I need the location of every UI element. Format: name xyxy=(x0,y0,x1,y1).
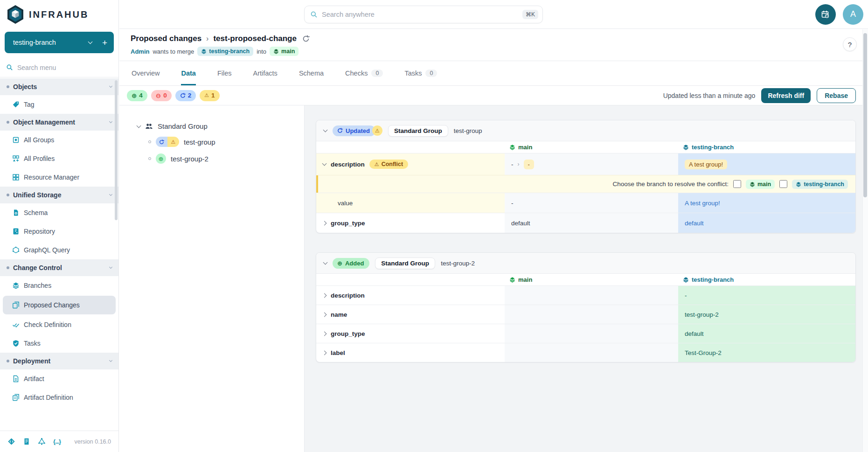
sidebar-item-tasks[interactable]: Tasks xyxy=(0,334,118,353)
sidebar-scrollbar[interactable] xyxy=(115,80,118,220)
diff-row-label[interactable]: label Test-Group-2 xyxy=(316,343,855,362)
main-area: ⌘K A Proposed changes › test-pro xyxy=(119,0,868,452)
main-value-cell: - xyxy=(505,193,678,213)
diff-row-group-type[interactable]: group_type default default xyxy=(316,213,855,233)
tab-data[interactable]: Data xyxy=(181,61,195,85)
section-label: Change Control xyxy=(13,264,62,271)
property-name: group_type xyxy=(331,220,365,227)
menu-section-unified-storage[interactable]: Unified Storage xyxy=(0,187,118,203)
sidebar-item-branches[interactable]: Branches xyxy=(0,276,118,295)
logo[interactable]: INFRAHUB xyxy=(0,0,118,29)
source-branch-badge[interactable]: testing-branch xyxy=(197,47,253,56)
breadcrumb-parent[interactable]: Proposed changes xyxy=(131,34,201,43)
diff-row-name[interactable]: name test-group-2 xyxy=(316,305,855,324)
code-diamond-icon[interactable] xyxy=(7,438,15,445)
sidebar-item-schema[interactable]: Schema xyxy=(0,203,118,222)
infrahub-logo-icon xyxy=(7,5,24,24)
chevron-right-icon xyxy=(322,331,327,336)
sidebar-item-check-definition[interactable]: Check Definition xyxy=(0,315,118,334)
time-travel-button[interactable] xyxy=(815,4,836,25)
main-value-cell xyxy=(505,324,678,343)
added-count-pill: ⊕4 xyxy=(127,90,147,101)
menu-section-objects[interactable]: Objects xyxy=(0,78,118,95)
rebase-button[interactable]: Rebase xyxy=(817,88,856,103)
graphql-playground-icon[interactable] xyxy=(38,438,46,445)
swagger-braces-icon[interactable]: {...} xyxy=(53,438,61,445)
main-value-cell xyxy=(505,286,678,305)
tab-files[interactable]: Files xyxy=(217,61,232,85)
tab-artifacts[interactable]: Artifacts xyxy=(253,61,278,85)
branch-value-cell: Test-Group-2 xyxy=(678,343,855,362)
window-scrollbar[interactable] xyxy=(862,29,868,452)
property-name: group_type xyxy=(331,330,365,337)
topbar: ⌘K A xyxy=(119,0,868,29)
diff-card-header[interactable]: ⊕ Added Standard Group test-group-2 xyxy=(316,253,855,274)
column-testing-branch: testing-branch xyxy=(678,274,855,285)
warning-icon: ⚠ xyxy=(375,161,379,167)
main-value-cell xyxy=(505,343,678,362)
section-dot-icon xyxy=(7,194,9,196)
graphql-icon xyxy=(12,246,20,254)
tab-checks[interactable]: Checks0 xyxy=(345,61,383,85)
menu-section-deployment[interactable]: Deployment xyxy=(0,353,118,369)
sync-icon xyxy=(337,128,343,133)
tab-tasks[interactable]: Tasks0 xyxy=(404,61,437,85)
diff-row-description[interactable]: description - xyxy=(316,285,855,305)
reload-icon[interactable] xyxy=(302,35,310,42)
resolve-branch-badge[interactable]: testing-branch xyxy=(792,180,848,189)
sidebar-item-label: Schema xyxy=(24,209,48,216)
groups-icon xyxy=(12,136,20,144)
chevron-down-icon xyxy=(323,260,328,265)
circle-plus-icon: ⊕ xyxy=(337,260,342,267)
sidebar-item-proposed-changes[interactable]: Proposed Changes xyxy=(3,296,116,314)
menu-section-object-management[interactable]: Object Management xyxy=(0,114,118,131)
sidebar-item-resource-manager[interactable]: Resource Manager xyxy=(0,168,118,187)
window-scrollbar-thumb[interactable] xyxy=(863,33,867,197)
menu-search[interactable] xyxy=(0,58,118,77)
section-label: Objects xyxy=(13,83,37,90)
tab-schema[interactable]: Schema xyxy=(299,61,324,85)
column-main: main xyxy=(505,274,678,285)
tag-icon xyxy=(12,101,20,108)
sidebar-item-tag[interactable]: Tag xyxy=(0,95,118,114)
target-branch-badge[interactable]: main xyxy=(270,47,299,56)
section-label: Deployment xyxy=(13,357,50,365)
resolve-main-checkbox[interactable] xyxy=(733,180,741,188)
refresh-diff-button[interactable]: Refresh diff xyxy=(761,88,811,103)
sidebar-item-artifact[interactable]: Artifact xyxy=(0,369,118,388)
tree-node-standard-group[interactable]: Standard Group xyxy=(137,122,304,130)
chevron-down-icon xyxy=(109,193,112,196)
sidebar-item-artifact-definition[interactable]: Artifact Definition xyxy=(0,388,118,407)
tree-node-test-group-2[interactable]: ⊕ test-group-2 xyxy=(148,153,304,164)
sidebar-item-label: Artifact Definition xyxy=(24,394,73,401)
breadcrumb: Proposed changes › test-proposed-change xyxy=(131,34,868,43)
global-search[interactable]: ⌘K xyxy=(304,6,543,23)
resolve-branch-checkbox[interactable] xyxy=(779,180,787,188)
global-search-input[interactable] xyxy=(322,11,518,18)
help-button[interactable]: ? xyxy=(843,37,857,51)
tab-overview[interactable]: Overview xyxy=(132,61,160,85)
sidebar-item-repository[interactable]: Repository xyxy=(0,222,118,241)
chevron-right-icon xyxy=(322,221,327,225)
diff-row-description[interactable]: description ⚠ Conflict - › - A xyxy=(316,153,855,175)
kind-chip: Standard Group xyxy=(388,125,448,137)
branch-value-cell: A test group! xyxy=(678,153,855,175)
resolve-main-badge[interactable]: main xyxy=(746,180,775,189)
warning-icon: ⚠ xyxy=(204,92,209,98)
diff-card-header[interactable]: Updated ⚠ Standard Group test-group xyxy=(316,120,855,141)
sidebar-item-all-groups[interactable]: All Groups xyxy=(0,131,118,149)
branch-selector[interactable]: testing-branch + xyxy=(5,32,114,53)
object-tree-panel: Standard Group ⚠ test-group ⊕ test-gr xyxy=(119,105,305,452)
menu-search-input[interactable] xyxy=(17,64,92,71)
menu-section-change-control[interactable]: Change Control xyxy=(0,259,118,276)
diff-row-group-type[interactable]: group_type default xyxy=(316,324,855,343)
status-updated-badge: Updated ⚠ xyxy=(333,125,382,136)
section-dot-icon xyxy=(7,360,9,362)
tree-node-test-group[interactable]: ⚠ test-group xyxy=(148,137,304,147)
add-branch-button[interactable]: + xyxy=(102,38,107,47)
avatar[interactable]: A xyxy=(843,4,863,25)
sidebar-item-graphql-query[interactable]: GraphQL Query xyxy=(0,241,118,259)
docs-icon[interactable] xyxy=(23,438,30,445)
sidebar-item-all-profiles[interactable]: All Profiles xyxy=(0,149,118,168)
tab-bar: Overview Data Files Artifacts Schema Che… xyxy=(119,61,868,86)
